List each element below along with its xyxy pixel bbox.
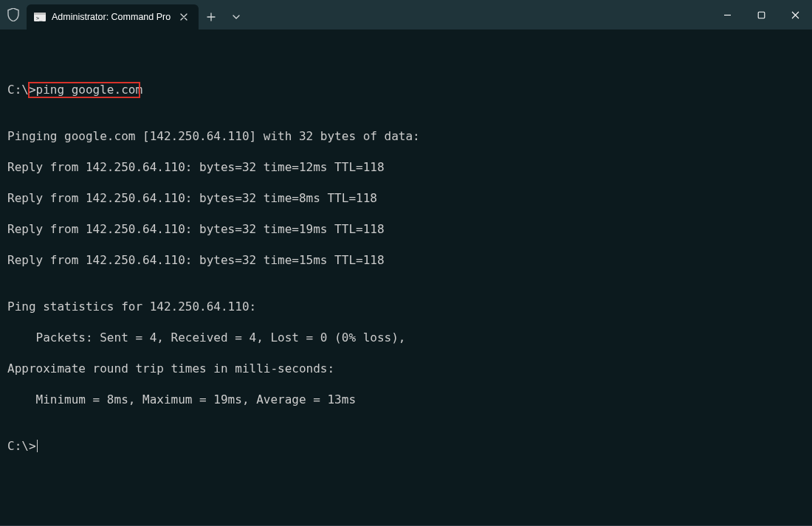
terminal-line: Reply from 142.250.64.110: bytes=32 time… [7, 252, 805, 268]
plus-icon [207, 13, 216, 21]
tab-close-button[interactable] [176, 10, 191, 24]
terminal-line: Approximate round trip times in milli-se… [7, 361, 805, 376]
prompt: C:\> [7, 439, 36, 453]
terminal-line: Packets: Sent = 4, Received = 4, Lost = … [7, 330, 805, 345]
chevron-down-icon [233, 15, 240, 20]
tab-command-prompt[interactable]: >_ Administrator: Command Pro [27, 4, 199, 30]
close-icon [791, 11, 799, 19]
titlebar[interactable]: >_ Administrator: Command Pro [0, 0, 812, 30]
minimize-icon [723, 11, 732, 19]
prompt: C:\> [7, 83, 36, 97]
terminal-line: Reply from 142.250.64.110: bytes=32 time… [7, 221, 805, 237]
close-icon [180, 13, 187, 21]
maximize-icon [757, 11, 765, 19]
terminal-line: C:\> [7, 438, 805, 454]
close-button[interactable] [778, 0, 812, 30]
maximize-button[interactable] [744, 0, 778, 30]
terminal-line: Minimum = 8ms, Maximum = 19ms, Average =… [7, 392, 805, 407]
command-text: ping google.com [36, 83, 143, 97]
svg-rect-1 [34, 13, 46, 15]
terminal-line: Ping statistics for 142.250.64.110: [7, 299, 805, 314]
svg-rect-3 [758, 12, 765, 18]
svg-text:>_: >_ [36, 15, 43, 21]
shield-icon [0, 0, 27, 30]
new-tab-button[interactable] [199, 4, 224, 30]
terminal-window: >_ Administrator: Command Pro C: [0, 0, 812, 526]
cmd-icon: >_ [34, 11, 46, 23]
terminal-line: C:\>ping google.com [7, 82, 805, 97]
window-controls [710, 0, 812, 30]
text-cursor [37, 440, 38, 452]
terminal-line: Reply from 142.250.64.110: bytes=32 time… [7, 159, 805, 175]
terminal-line: Pinging google.com [142.250.64.110] with… [7, 128, 805, 144]
tab-title: Administrator: Command Pro [52, 12, 171, 22]
minimize-button[interactable] [710, 0, 744, 30]
tab-dropdown-button[interactable] [224, 4, 249, 30]
terminal-area[interactable]: C:\>ping google.com Pinging google.com [… [0, 30, 812, 525]
terminal-line: Reply from 142.250.64.110: bytes=32 time… [7, 190, 805, 206]
